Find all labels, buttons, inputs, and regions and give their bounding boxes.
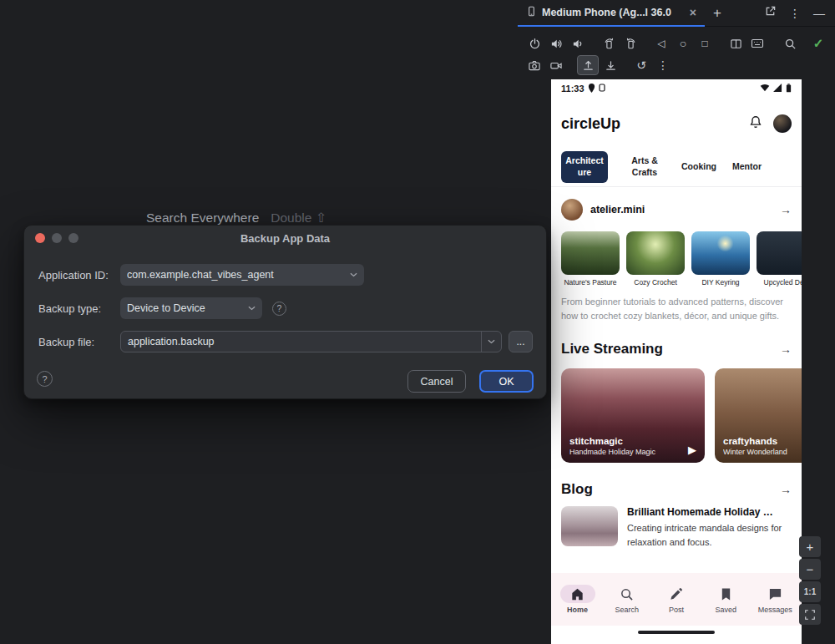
panel-window-controls: ⋮ — [764,5,835,21]
project-card[interactable]: Cozy Crochet [626,231,685,287]
tab-arts-crafts[interactable]: Arts & Crafts [624,155,665,178]
new-tab-button[interactable]: + [713,6,721,20]
creator-arrow-icon[interactable]: → [780,204,792,216]
project-card-image [691,231,750,275]
nav-label: Search [615,606,640,614]
virtual-keyboard-icon[interactable] [747,34,767,53]
backup-file-row: Backup file: application.backup ... [24,331,546,352]
tab-mentor[interactable]: Mentor [732,161,762,173]
backup-file-combobox[interactable]: application.backup [120,331,502,352]
fit-screen-button[interactable] [799,604,821,625]
emulator-tab[interactable]: Medium Phone (Ag...l 36.0 × [518,0,705,27]
back-button-icon[interactable]: ◁ [651,34,671,53]
power-icon[interactable] [524,34,544,53]
project-card[interactable]: Upcycled Den [757,231,802,287]
ok-button[interactable]: OK [479,370,534,393]
bookmark-icon [708,585,743,603]
nav-home[interactable]: Home [555,585,600,614]
live-streaming-title: Live Streaming [561,341,663,357]
panel-more-options-icon[interactable]: ⋮ [789,8,801,19]
backup-file-label: Backup file: [38,336,94,348]
stream-name: stitchmagic [569,436,655,446]
play-icon[interactable]: ▶ [688,444,696,455]
nav-saved[interactable]: Saved [703,585,748,614]
rotate-left-icon[interactable] [599,34,619,53]
fold-device-icon[interactable] [726,34,746,53]
gesture-bar[interactable] [638,631,715,634]
stream-card-stitchmagic[interactable]: stitchmagic Handmade Holiday Magic ▶ [561,368,705,463]
ready-check-icon: ✓ [808,34,828,53]
screenshot-camera-icon[interactable] [524,56,544,74]
notifications-bell-icon[interactable] [748,114,763,133]
project-card[interactable]: Nature's Pasture [561,231,620,287]
blog-thumbnail [561,506,618,546]
blog-arrow-icon[interactable]: → [780,484,792,495]
home-icon [560,585,595,603]
creator-description: From beginner tutorials to advanced patt… [561,295,795,323]
screen-record-icon[interactable] [546,56,566,74]
restore-download-icon[interactable] [600,56,620,74]
tab-cooking[interactable]: Cooking [681,161,716,173]
pencil-icon [659,585,694,603]
volume-down-icon[interactable] [568,34,588,53]
tab-close-icon[interactable]: × [690,7,696,18]
blog-item[interactable]: Brilliant Homemade Holiday … Creating in… [561,506,797,549]
search-everywhere-text: Search Everywhere [146,210,259,225]
project-card[interactable]: DIY Keyring [691,231,750,287]
nav-messages[interactable]: Messages [752,585,797,614]
app-header: circleUp [551,114,802,133]
hide-panel-icon[interactable]: — [813,8,825,19]
project-card-image [626,231,685,275]
chat-bubble-icon [757,585,792,603]
backup-type-dropdown[interactable]: Device to Device [120,297,262,319]
emulator-tab-bar: Medium Phone (Ag...l 36.0 × + ⋮ — [518,0,835,27]
category-tabs: Architecture Arts & Crafts Cooking Mento… [551,148,802,187]
live-streaming-arrow-icon[interactable]: → [780,343,792,355]
creator-avatar[interactable] [561,199,583,221]
project-card-image [757,231,802,275]
dialog-help-button[interactable]: ? [37,371,53,387]
more-vert-icon[interactable]: ⋮ [653,56,673,74]
minimize-window-button [52,233,62,243]
creator-name: atelier.mini [590,204,772,216]
creator-row[interactable]: atelier.mini → [561,199,792,221]
project-card-image [561,231,620,275]
zoom-ratio-button[interactable]: 1:1 [799,581,821,602]
zoom-in-button[interactable]: + [799,536,821,557]
window-traffic-lights [35,233,78,243]
nav-search[interactable]: Search [605,585,650,614]
search-icon [610,585,645,603]
chevron-down-icon[interactable] [481,332,501,352]
search-everywhere-hint: Search EverywhereDouble ⇧ [146,210,326,226]
cancel-button[interactable]: Cancel [407,370,466,393]
close-window-button[interactable] [35,233,45,243]
backup-app-data-dialog: Backup App Data Application ID: com.exam… [23,225,547,399]
nav-post[interactable]: Post [654,585,699,614]
backup-type-label: Backup type: [38,302,101,315]
stream-info: stitchmagic Handmade Holiday Magic [569,436,655,456]
chevron-down-icon [350,272,357,277]
backup-upload-icon[interactable] [577,55,599,75]
tab-architecture[interactable]: Architecture [561,151,608,182]
overview-button-icon[interactable]: □ [695,34,715,53]
rotate-right-icon[interactable] [620,34,640,53]
browse-button[interactable]: ... [509,331,533,352]
reset-icon[interactable]: ↺ [631,56,651,74]
open-in-window-icon[interactable] [764,5,777,21]
zoom-window-button [68,233,78,243]
zoom-out-button[interactable]: − [799,559,821,580]
emulator-toolbar-row2: ↺ ⋮ [524,55,673,75]
search-everywhere-shortcut: Double ⇧ [271,210,326,225]
stream-card-craftyhands[interactable]: craftyhands Winter Wonderland [715,368,802,463]
stream-subtitle: Handmade Holiday Magic [569,448,655,456]
backup-type-help-icon[interactable]: ? [272,302,286,316]
zoom-search-icon[interactable] [780,34,800,53]
volume-up-icon[interactable] [546,34,566,53]
profile-avatar[interactable] [773,114,792,133]
application-id-dropdown[interactable]: com.example.chat_vibes_agent [120,264,364,286]
status-bar: 11:33 [551,79,802,98]
home-button-icon[interactable]: ○ [673,34,693,53]
live-streaming-header: Live Streaming → [561,341,792,357]
blog-item-description: Creating intricate mandala designs for r… [627,521,797,549]
device-screen: 11:33 circleUp Architecture Arts & Craft… [551,79,802,644]
